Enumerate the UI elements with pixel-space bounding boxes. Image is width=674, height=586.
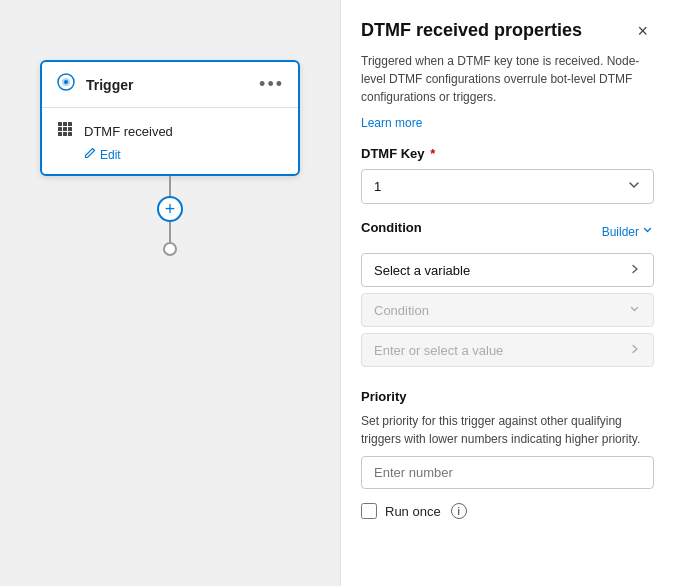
dtmf-key-label: DTMF Key * <box>361 146 654 161</box>
trigger-node-header: Trigger ••• <box>42 62 298 108</box>
dtmf-key-dropdown[interactable]: 1 <box>361 169 654 204</box>
dtmf-key-value: 1 <box>374 179 381 194</box>
edit-link[interactable]: Edit <box>84 147 284 162</box>
edit-label-text: Edit <box>100 148 121 162</box>
panel-header: DTMF received properties × <box>361 20 654 42</box>
priority-input[interactable] <box>361 456 654 489</box>
trigger-node: Trigger ••• <box>40 60 300 176</box>
svg-point-2 <box>64 80 68 84</box>
dtmf-key-section: DTMF Key * 1 <box>361 146 654 220</box>
connector-area: + <box>157 176 183 256</box>
dtmf-row: DTMF received <box>56 120 284 143</box>
connector-line-bottom <box>169 222 171 242</box>
dtmf-key-chevron-icon <box>627 178 641 195</box>
add-node-button[interactable]: + <box>157 196 183 222</box>
value-chevron-icon <box>629 342 641 358</box>
condition-chevron-icon <box>629 302 641 318</box>
run-once-label: Run once <box>385 504 441 519</box>
value-dropdown-disabled: Enter or select a value <box>361 333 654 367</box>
condition-placeholder-text: Condition <box>374 303 429 318</box>
run-once-row: Run once i <box>361 503 654 519</box>
svg-rect-6 <box>58 127 62 131</box>
run-once-info-icon[interactable]: i <box>451 503 467 519</box>
required-star: * <box>427 146 436 161</box>
select-variable-chevron-icon <box>629 262 641 278</box>
trigger-node-body: DTMF received Edit <box>42 108 298 174</box>
svg-rect-4 <box>63 122 67 126</box>
priority-section: Priority Set priority for this trigger a… <box>361 389 654 503</box>
priority-label: Priority <box>361 389 654 404</box>
builder-chevron-icon <box>642 224 654 239</box>
edit-pencil-icon <box>84 147 96 162</box>
select-variable-dropdown[interactable]: Select a variable <box>361 253 654 287</box>
svg-rect-9 <box>58 132 62 136</box>
trigger-icon <box>56 72 76 97</box>
svg-rect-11 <box>68 132 72 136</box>
svg-rect-7 <box>63 127 67 131</box>
trigger-header-left: Trigger <box>56 72 133 97</box>
flow-canvas: Trigger ••• <box>0 0 340 586</box>
select-variable-placeholder: Select a variable <box>374 263 470 278</box>
panel-title: DTMF received properties <box>361 20 582 41</box>
svg-rect-8 <box>68 127 72 131</box>
end-node-circle <box>163 242 177 256</box>
connector-line-top <box>169 176 171 196</box>
condition-header: Condition Builder <box>361 220 654 243</box>
close-button[interactable]: × <box>631 20 654 42</box>
svg-rect-5 <box>68 122 72 126</box>
priority-description: Set priority for this trigger against ot… <box>361 412 654 448</box>
run-once-checkbox[interactable] <box>361 503 377 519</box>
svg-rect-3 <box>58 122 62 126</box>
condition-label: Condition <box>361 220 422 235</box>
value-placeholder-text: Enter or select a value <box>374 343 503 358</box>
properties-panel: DTMF received properties × Triggered whe… <box>340 0 674 586</box>
panel-description: Triggered when a DTMF key tone is receiv… <box>361 52 654 106</box>
condition-section: Condition Builder Select a variable Co <box>361 220 654 373</box>
trigger-title: Trigger <box>86 77 133 93</box>
builder-link[interactable]: Builder <box>602 224 654 239</box>
dtmf-label: DTMF received <box>84 124 173 139</box>
dtmf-grid-icon <box>56 120 74 143</box>
learn-more-link[interactable]: Learn more <box>361 116 654 130</box>
trigger-menu-button[interactable]: ••• <box>259 74 284 95</box>
svg-rect-10 <box>63 132 67 136</box>
condition-dropdown-disabled: Condition <box>361 293 654 327</box>
